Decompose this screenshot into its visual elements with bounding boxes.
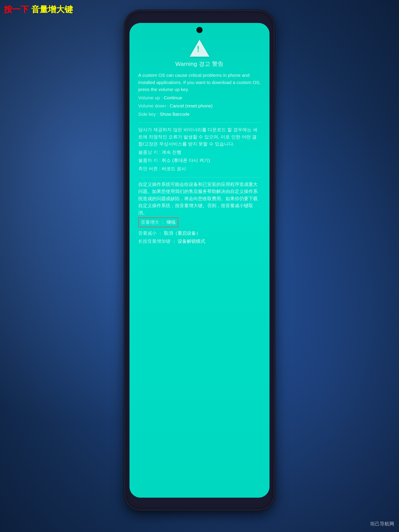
english-side-key-label: Side key : <box>138 112 158 117</box>
chinese-volume-up-label: 音量增大 ： <box>141 220 165 225</box>
korean-side-key-value: 바코드 표시 <box>162 166 186 171</box>
english-volume-up-label: Volume up : <box>138 95 163 100</box>
camera-notch <box>196 27 203 33</box>
chinese-volume-up-action: 音量增大 ： 继续 <box>138 217 261 228</box>
chinese-section: 自定义操作系统可能会给设备和已安装的应用程序造成重大问题。如果您使用我们的售后服… <box>138 181 261 245</box>
chinese-long-press-value: 设备解锁模式 <box>178 239 205 244</box>
korean-side-key-label: 측면 버튼 : <box>138 166 161 171</box>
screen-content: Warning 경고 警告 A custom OS can cause crit… <box>129 33 270 498</box>
top-instruction: 按一下 音量增大键 <box>4 4 73 15</box>
english-side-key-action: Side key : Show Barcode <box>138 111 261 118</box>
korean-volume-up-label: 볼륨상 키 : <box>138 150 161 155</box>
korean-volume-down-action: 볼륨하 키 : 취소 (휴대폰 다시 켜기) <box>138 157 261 164</box>
english-volume-up-value: Continue <box>164 95 182 100</box>
chinese-long-press-label: 长按音量增加键 ： <box>138 239 176 244</box>
korean-volume-down-label: 볼륨하 키 : <box>138 158 161 163</box>
press-text: 按一下 <box>4 5 29 14</box>
english-section: A custom OS can cause critical problems … <box>138 72 261 118</box>
korean-side-key-action: 측면 버튼 : 바코드 표시 <box>138 165 261 172</box>
english-side-key-value: Show Barcode <box>160 112 190 117</box>
english-volume-down-action: Volume down : Cancel (reset phone) <box>138 102 261 110</box>
phone-frame: Warning 경고 警告 A custom OS can cause crit… <box>125 11 274 510</box>
phone-screen: Warning 경고 警告 A custom OS can cause crit… <box>129 23 270 498</box>
korean-volume-up-action: 볼륨상 키 : 계속 진행 <box>138 149 261 156</box>
chinese-long-press-action: 长按音量增加键 ： 设备解锁模式 <box>138 238 261 245</box>
chinese-volume-down-action: 音量减小 ： 取消（重启设备） <box>138 230 261 237</box>
english-volume-down-value: Cancel (reset phone) <box>170 103 213 108</box>
chinese-volume-up-highlight: 音量增大 ： 继续 <box>138 217 178 227</box>
warning-icon-container <box>138 40 261 57</box>
english-volume-up-action: Volume up : Continue <box>138 94 261 101</box>
chinese-volume-up-value: 继续 <box>166 220 176 225</box>
divider-1 <box>138 122 261 123</box>
korean-volume-up-value: 계속 진행 <box>162 150 181 155</box>
chinese-volume-down-value: 取消（重启设备） <box>164 231 201 236</box>
english-volume-down-label: Volume down : <box>138 103 168 108</box>
chinese-volume-down-label: 音量减小 ： <box>138 231 163 236</box>
divider-2 <box>138 177 261 177</box>
chinese-body: 自定义操作系统可能会给设备和已安装的应用程序造成重大问题。如果您使用我们的售后服… <box>138 182 258 215</box>
english-body: A custom OS can cause critical problems … <box>138 73 260 92</box>
korean-body: 당사가 제공하지 않은 바이너리를 다운로드 할 경우에는 세트에 치명적인 오… <box>138 127 258 146</box>
watermark: 坦己导航网 <box>370 521 394 527</box>
warning-title: Warning 경고 警告 <box>138 60 261 68</box>
korean-section: 당사가 제공하지 않은 바이너리를 다운로드 할 경우에는 세트에 치명적인 오… <box>138 126 261 172</box>
volume-up-text: 音量增大键 <box>31 5 73 14</box>
korean-volume-down-value: 취소 (휴대폰 다시 켜기) <box>162 158 210 163</box>
warning-triangle-icon <box>190 40 209 57</box>
